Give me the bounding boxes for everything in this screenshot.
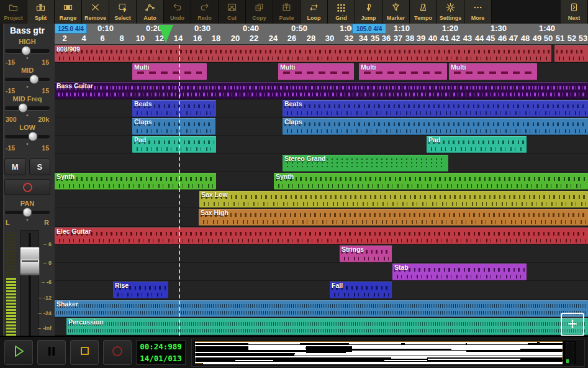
bar-number-label: 32 — [345, 34, 353, 43]
more-icon — [472, 2, 484, 15]
clip-synth[interactable]: Synth — [274, 173, 588, 190]
clip-stab[interactable]: Stab — [392, 264, 527, 280]
toolbar-button-label: Jump — [361, 16, 376, 21]
bar-number-label: 16 — [193, 34, 202, 43]
clip-percussion[interactable]: Percussion — [66, 318, 588, 335]
tempo-button[interactable]: Tempo — [410, 0, 437, 24]
toolbar-button-label: Paste — [279, 16, 294, 21]
time-tick-label: 1:30 — [491, 24, 507, 33]
clip-multi[interactable]: Multi — [359, 63, 447, 80]
transport-bar: 00:24:989 14/01/013 — [0, 336, 588, 368]
project-button[interactable]: Project — [0, 0, 27, 24]
clip-multi[interactable]: Multi — [449, 63, 537, 80]
record-arm-button[interactable] — [4, 179, 50, 195]
clip-beats[interactable]: Beats — [132, 100, 216, 117]
pause-button[interactable] — [37, 340, 66, 365]
clip-name-label: Pad — [428, 136, 440, 144]
jump-button[interactable]: Jump — [355, 0, 382, 24]
clip-fall[interactable]: Fall — [330, 282, 392, 298]
slider-knob[interactable] — [21, 46, 30, 55]
clip-multi[interactable]: Multi — [132, 63, 207, 80]
pan-knob[interactable] — [23, 208, 32, 217]
eq-slider-high[interactable] — [5, 46, 50, 57]
playback-start-marker[interactable] — [158, 25, 173, 43]
remove-button[interactable]: Remove — [82, 0, 109, 24]
clip-bass-guitar[interactable]: Bass Guitar — [55, 82, 588, 99]
play-button[interactable] — [4, 340, 33, 365]
redo-button[interactable]: Redo — [191, 0, 219, 24]
slider-knob[interactable] — [29, 75, 38, 84]
pause-icon — [44, 344, 59, 361]
split-button[interactable]: Split — [27, 0, 55, 24]
clip-sax-low[interactable]: Sax Low — [199, 191, 588, 208]
clip-pad[interactable]: Pad — [427, 136, 527, 153]
mute-button[interactable]: M — [4, 159, 26, 175]
clip-multi[interactable]: Multi — [278, 63, 354, 80]
clip-808-909[interactable]: 808/909 — [55, 45, 551, 62]
eq-slider-mid-freq[interactable] — [5, 103, 50, 114]
clip-name-label: Multi — [134, 63, 150, 71]
slider-center-dot — [27, 114, 29, 116]
tempo-signature-marker[interactable]: 125.0 4/4 — [55, 24, 87, 34]
clip-synth[interactable]: Synth — [55, 173, 216, 190]
clip-shaker[interactable]: Shaker — [55, 300, 588, 317]
next-button[interactable]: Next — [561, 0, 588, 24]
eq-slider-mid[interactable] — [5, 75, 50, 85]
clip-claps[interactable]: Claps — [132, 118, 215, 135]
timeline-ruler[interactable]: 0:100:200:300:400:501:001:101:201:301:40… — [55, 24, 588, 45]
clip-beats[interactable]: Beats — [283, 100, 588, 117]
cut-button[interactable]: Cut — [219, 0, 246, 24]
slider-knob[interactable] — [28, 132, 37, 141]
paste-button[interactable]: Paste — [273, 0, 301, 24]
eq-min-label: -15 — [6, 87, 15, 94]
bar-number-label: 35 — [371, 34, 379, 43]
eq-max-label: 15 — [42, 58, 49, 66]
grid-button[interactable]: Grid — [328, 0, 355, 24]
select-button[interactable]: Select — [109, 0, 137, 24]
slider-center-dot — [27, 86, 29, 88]
fader-cap[interactable] — [20, 247, 40, 275]
eq-minmax-labels: -1515 — [6, 87, 49, 94]
eq-slider-low[interactable] — [5, 132, 50, 142]
clip-808-909[interactable] — [554, 45, 588, 62]
bar-number-label: 28 — [307, 34, 315, 43]
fader-scale-label: -12 — [43, 295, 52, 301]
undo-button[interactable]: Undo — [164, 0, 191, 24]
arrange-area[interactable]: 808/909MultiMultiMultiMultiBass GuitarBe… — [55, 45, 588, 336]
pan-slider[interactable] — [5, 208, 50, 218]
clip-elec-guitar[interactable]: Elec Guitar — [55, 228, 588, 244]
loop-icon — [308, 2, 320, 15]
copy-button[interactable]: Copy — [246, 0, 273, 24]
volume-fader[interactable] — [20, 230, 39, 336]
range-button[interactable]: Range — [55, 0, 82, 24]
clip-stereo-grand[interactable]: Stereo Grand — [283, 155, 448, 172]
record-button[interactable] — [103, 340, 132, 365]
time-tick-label: 0:10 — [97, 24, 114, 33]
level-meter — [6, 232, 16, 336]
clip-rise[interactable]: Rise — [113, 282, 168, 298]
add-track-button[interactable]: + — [561, 313, 584, 336]
clip-sax-high[interactable]: Sax High — [199, 209, 588, 226]
tempo-signature-marker[interactable]: 105.0 4/4 — [352, 24, 386, 34]
overview-canvas[interactable] — [194, 341, 576, 364]
toolbar-button-label: Select — [114, 16, 131, 21]
solo-button[interactable]: S — [29, 159, 51, 175]
clip-name-label: Claps — [284, 118, 302, 126]
toolbar-button-label: Settings — [440, 16, 462, 21]
auto-button[interactable]: Auto — [137, 0, 164, 24]
settings-button[interactable]: Settings — [437, 0, 464, 24]
slider-knob[interactable] — [18, 103, 27, 113]
stop-button[interactable] — [70, 340, 99, 365]
eq-max-label: 15 — [42, 87, 49, 94]
bar-number-label: 30 — [325, 34, 334, 43]
more-button[interactable]: More — [464, 0, 492, 24]
folder-icon — [7, 2, 19, 15]
song-overview[interactable] — [191, 339, 585, 367]
clip-strings[interactable]: Strings — [340, 246, 392, 262]
eq-max-label: 15 — [42, 144, 49, 152]
loop-button[interactable]: Loop — [301, 0, 328, 24]
slider-track — [5, 135, 50, 139]
marker-button[interactable]: Marker — [382, 0, 410, 24]
clip-pad[interactable]: Pad — [132, 136, 216, 153]
clip-claps[interactable]: Claps — [283, 118, 588, 135]
